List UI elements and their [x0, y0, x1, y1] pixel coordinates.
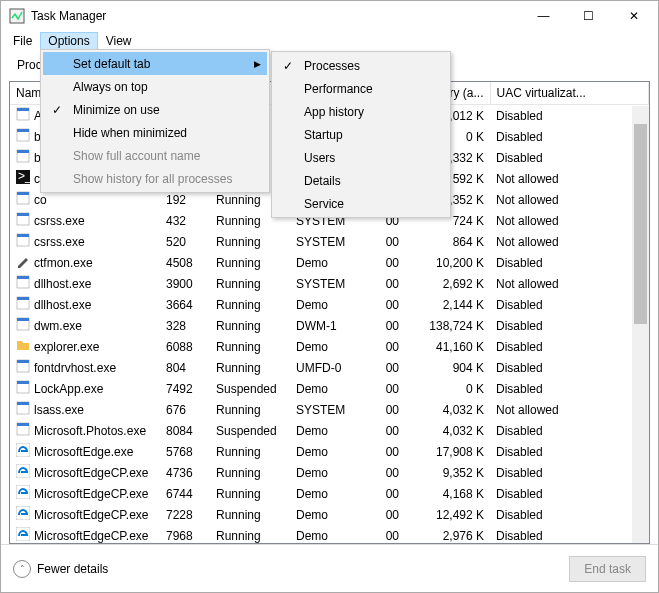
process-pid: 6088 [160, 336, 210, 357]
process-cpu: 00 [365, 336, 405, 357]
table-row[interactable]: MicrosoftEdgeCP.exe 6744 Running Demo 00… [10, 483, 649, 504]
table-row[interactable]: Microsoft.Photos.exe 8084 Suspended Demo… [10, 420, 649, 441]
process-name: Microsoft.Photos.exe [34, 424, 146, 438]
process-status: Running [210, 273, 290, 294]
process-memory: 904 K [405, 357, 490, 378]
process-pid: 676 [160, 399, 210, 420]
table-row[interactable]: dllhost.exe 3900 Running SYSTEM 00 2,692… [10, 273, 649, 294]
submenu-item[interactable]: App history [274, 100, 448, 123]
process-cpu: 00 [365, 504, 405, 525]
process-icon [16, 296, 30, 313]
submenu-item[interactable]: Service [274, 192, 448, 215]
svg-rect-18 [17, 297, 29, 300]
table-row[interactable]: dllhost.exe 3664 Running Demo 00 2,144 K… [10, 294, 649, 315]
process-memory: 4,168 K [405, 483, 490, 504]
menu-item[interactable]: ✓Minimize on use [43, 98, 267, 121]
process-cpu: 00 [365, 441, 405, 462]
process-pid: 8084 [160, 420, 210, 441]
svg-rect-12 [17, 213, 29, 216]
process-cpu: 00 [365, 399, 405, 420]
menu-item-label: Show full account name [73, 149, 200, 163]
task-manager-icon [9, 8, 25, 24]
fewer-details-label: Fewer details [37, 562, 108, 576]
process-uac: Disabled [490, 294, 649, 315]
process-status: Running [210, 504, 290, 525]
table-row[interactable]: fontdrvhost.exe 804 Running UMFD-0 00 90… [10, 357, 649, 378]
menu-item-label: Hide when minimized [73, 126, 187, 140]
submenu-item-label: Users [304, 151, 335, 165]
table-row[interactable]: LockApp.exe 7492 Suspended Demo 00 0 K D… [10, 378, 649, 399]
process-name: MicrosoftEdgeCP.exe [34, 466, 149, 480]
table-row[interactable]: dwm.exe 328 Running DWM-1 00 138,724 K D… [10, 315, 649, 336]
table-row[interactable]: MicrosoftEdge.exe 5768 Running Demo 00 1… [10, 441, 649, 462]
process-user: Demo [290, 525, 365, 544]
process-cpu: 00 [365, 357, 405, 378]
menu-item[interactable]: Hide when minimized [43, 121, 267, 144]
svg-rect-28 [17, 423, 29, 426]
process-pid: 6744 [160, 483, 210, 504]
table-row[interactable]: lsass.exe 676 Running SYSTEM 00 4,032 K … [10, 399, 649, 420]
process-uac: Disabled [490, 378, 649, 399]
process-user: Demo [290, 420, 365, 441]
table-row[interactable]: explorer.exe 6088 Running Demo 00 41,160… [10, 336, 649, 357]
svg-rect-20 [17, 318, 29, 321]
process-status: Running [210, 525, 290, 544]
process-status: Running [210, 357, 290, 378]
table-row[interactable]: ctfmon.exe 4508 Running Demo 00 10,200 K… [10, 252, 649, 273]
process-uac: Disabled [490, 105, 649, 127]
submenu-item-label: Performance [304, 82, 373, 96]
close-button[interactable]: ✕ [611, 2, 656, 31]
process-uac: Disabled [490, 357, 649, 378]
table-row[interactable]: MicrosoftEdgeCP.exe 4736 Running Demo 00… [10, 462, 649, 483]
menu-item[interactable]: Always on top [43, 75, 267, 98]
process-uac: Disabled [490, 483, 649, 504]
maximize-button[interactable]: ☐ [566, 2, 611, 31]
submenu-item[interactable]: ✓Processes [274, 54, 448, 77]
window-title: Task Manager [31, 9, 521, 23]
menu-item-label: Always on top [73, 80, 148, 94]
menu-options[interactable]: Options [40, 32, 97, 50]
process-user: Demo [290, 378, 365, 399]
end-task-button[interactable]: End task [569, 556, 646, 582]
process-cpu: 00 [365, 273, 405, 294]
svg-rect-6 [17, 150, 29, 153]
check-icon: ✓ [49, 103, 65, 117]
scrollbar-thumb[interactable] [634, 124, 647, 324]
process-user: Demo [290, 462, 365, 483]
menu-item: Show history for all processes [43, 167, 267, 190]
column-header[interactable]: UAC virtualizat... [490, 82, 649, 105]
menu-file[interactable]: File [5, 32, 40, 50]
submenu-arrow-icon: ▶ [254, 59, 261, 69]
menu-view[interactable]: View [98, 32, 140, 50]
submenu-item[interactable]: Details [274, 169, 448, 192]
process-name: csrss.exe [34, 235, 85, 249]
submenu-item[interactable]: Startup [274, 123, 448, 146]
vertical-scrollbar[interactable] [632, 106, 649, 543]
table-row[interactable]: MicrosoftEdgeCP.exe 7968 Running Demo 00… [10, 525, 649, 544]
table-row[interactable]: MicrosoftEdgeCP.exe 7228 Running Demo 00… [10, 504, 649, 525]
table-row[interactable]: csrss.exe 520 Running SYSTEM 00 864 K No… [10, 231, 649, 252]
process-name: LockApp.exe [34, 382, 103, 396]
process-name: MicrosoftEdge.exe [34, 445, 133, 459]
process-uac: Disabled [490, 441, 649, 462]
process-icon: >_ [16, 170, 30, 187]
options-menu: Set default tab▶Always on top✓Minimize o… [40, 49, 270, 193]
process-pid: 328 [160, 315, 210, 336]
process-memory: 4,032 K [405, 399, 490, 420]
process-uac: Disabled [490, 420, 649, 441]
minimize-button[interactable]: — [521, 2, 566, 31]
submenu-item-label: App history [304, 105, 364, 119]
process-cpu: 00 [365, 315, 405, 336]
process-icon [16, 338, 30, 355]
submenu-item-label: Processes [304, 59, 360, 73]
submenu-item[interactable]: Performance [274, 77, 448, 100]
process-pid: 4736 [160, 462, 210, 483]
fewer-details-button[interactable]: ˄ Fewer details [13, 560, 108, 578]
process-user: Demo [290, 483, 365, 504]
process-cpu: 00 [365, 231, 405, 252]
submenu-item[interactable]: Users [274, 146, 448, 169]
process-uac: Disabled [490, 336, 649, 357]
process-icon [16, 506, 30, 523]
menu-item[interactable]: Set default tab▶ [43, 52, 267, 75]
process-uac: Disabled [490, 462, 649, 483]
